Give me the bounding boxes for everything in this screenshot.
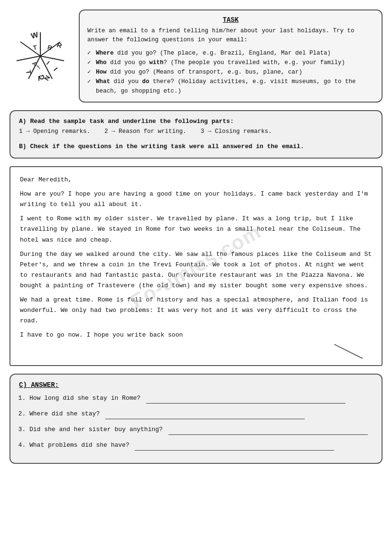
task-box: TASK Write an email to a friend telling … xyxy=(79,9,383,103)
answer-item-4: What problems did she have? xyxy=(29,441,373,451)
svg-text:G: G xyxy=(38,75,46,80)
part-a-label: A) Read the sample task and underline th… xyxy=(19,117,373,127)
svg-line-6 xyxy=(20,42,40,56)
logo-area: W R I T I N G T R I P ! xyxy=(9,9,71,103)
answer-box: C) ANSWER: How long did she stay in Rome… xyxy=(9,374,383,463)
task-checklist: Where did you go? (The place, e.g. Brazi… xyxy=(87,48,374,96)
numbered-item-3: 3 → Closing remarks. xyxy=(201,128,272,135)
email-para-1: How are you? I hope you are having a goo… xyxy=(20,189,372,210)
part-b-label: B) Check if the questions in the writing… xyxy=(19,142,373,152)
svg-line-5 xyxy=(17,56,40,61)
email-greeting: Dear Meredith, xyxy=(20,175,372,185)
email-tail-container xyxy=(20,344,372,357)
answer-question-3: Did she and her sister buy anything? xyxy=(29,426,163,433)
task-item-what: What did you do there? (Holiday activiti… xyxy=(87,77,374,96)
answer-line-2 xyxy=(105,419,305,419)
task-title: TASK xyxy=(87,16,374,24)
answer-line-3 xyxy=(168,434,368,435)
answer-question-2: Where did she stay? xyxy=(29,410,100,417)
email-para-3: During the day we walked around the city… xyxy=(20,249,372,291)
svg-text:T: T xyxy=(25,69,33,75)
answer-item-2: Where did she stay? xyxy=(29,409,373,419)
svg-text:R: R xyxy=(56,41,63,49)
task-item-who: Who did you go with? (The people you tra… xyxy=(87,58,374,67)
task-item-where: Where did you go? (The place, e.g. Brazi… xyxy=(87,48,374,58)
email-para-4: We had a great time. Rome is full of his… xyxy=(20,295,372,326)
numbered-item-1: 1 → Opening remarks. xyxy=(19,128,90,135)
email-box: Fo-umles.com Dear Meredith, How are you?… xyxy=(9,166,383,366)
email-para-5: I have to go now. I hope you write back … xyxy=(20,330,372,340)
instructions-box: A) Read the sample task and underline th… xyxy=(9,110,383,159)
email-para-2: I went to Rome with my older sister. We … xyxy=(20,214,372,245)
svg-line-2 xyxy=(40,56,64,61)
task-item-how: How did you go? (Means of transport, e.g… xyxy=(87,67,374,77)
task-intro: Write an email to a friend telling him/h… xyxy=(87,27,374,45)
page: W R I T I N G T R I P ! TASK Write an em… xyxy=(9,9,383,464)
svg-text:T: T xyxy=(32,44,37,51)
answer-list: How long did she stay in Rome? Where did… xyxy=(19,394,373,450)
logo-icon: W R I T I N G T R I P ! xyxy=(12,28,69,85)
answer-line-1 xyxy=(146,403,345,404)
answer-item-1: How long did she stay in Rome? xyxy=(29,394,373,404)
numbered-items: 1 → Opening remarks. 2 → Reason for writ… xyxy=(19,128,373,135)
answer-question-1: How long did she stay in Rome? xyxy=(29,395,140,402)
svg-text:I: I xyxy=(45,59,51,66)
svg-text:I: I xyxy=(52,66,59,72)
answer-item-3: Did she and her sister buy anything? xyxy=(29,425,373,435)
numbered-item-2: 2 → Reason for writing. xyxy=(104,128,187,135)
svg-text:W: W xyxy=(30,30,39,40)
top-section: W R I T I N G T R I P ! TASK Write an em… xyxy=(9,9,383,103)
speech-tail-icon xyxy=(334,344,363,358)
answer-line-4 xyxy=(135,450,334,451)
answer-title: C) ANSWER: xyxy=(19,381,373,389)
answer-question-4: What problems did she have? xyxy=(29,442,130,449)
